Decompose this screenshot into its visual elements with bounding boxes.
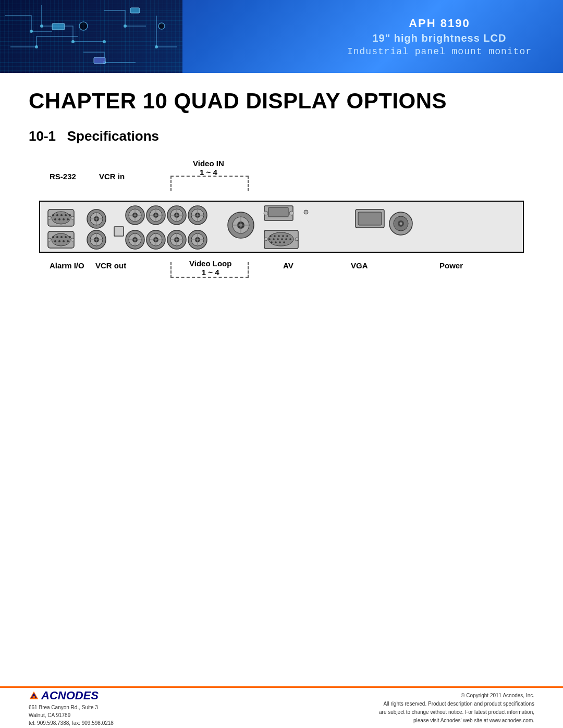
svg-point-43 <box>52 236 54 238</box>
svg-point-53 <box>71 238 74 241</box>
label-alarm-io: Alarm I/O <box>50 261 84 270</box>
footer-copyright-line2: All rights reserved. Product description… <box>133 700 534 708</box>
svg-point-133 <box>273 238 275 240</box>
footer-address-line1: 661 Brea Canyon Rd., Suite 3 <box>29 704 133 711</box>
footer-address-line3: tel: 909.598.7388, fax: 909.598.0218 <box>29 719 133 727</box>
product-description: 19" high brightness LCD <box>347 32 532 44</box>
footer-logo: ACNODES <box>29 689 133 702</box>
svg-point-36 <box>58 218 60 220</box>
main-content: CHAPTER 10 QUAD DISPLAY OPTIONS 10-1 Spe… <box>0 73 563 312</box>
svg-point-42 <box>52 233 70 246</box>
svg-point-40 <box>71 216 74 219</box>
panel-drawing <box>39 201 524 253</box>
svg-point-32 <box>60 214 63 216</box>
svg-point-27 <box>158 23 165 29</box>
footer-copyright-line4: please visit Acnodes' web site at www.ac… <box>133 717 534 725</box>
acnodes-logo-icon <box>29 690 39 701</box>
svg-rect-66 <box>114 227 124 236</box>
bracket-bottom-container: Alarm I/O VCR out Video Loop 1 ~ 4 AV VG… <box>39 257 524 280</box>
svg-point-37 <box>63 218 65 220</box>
svg-point-51 <box>67 240 69 242</box>
svg-point-18 <box>103 40 106 43</box>
svg-point-31 <box>56 214 58 216</box>
product-model: APH 8190 <box>347 17 532 30</box>
svg-point-19 <box>124 24 127 28</box>
footer-copyright: © Copyright 2011 Acnodes, Inc. All right… <box>133 692 534 725</box>
svg-point-137 <box>289 238 291 240</box>
svg-point-39 <box>48 216 51 219</box>
svg-point-139 <box>275 241 277 243</box>
svg-point-21 <box>155 45 158 48</box>
svg-rect-0 <box>0 0 182 73</box>
svg-point-135 <box>281 238 283 240</box>
svg-point-138 <box>271 241 273 243</box>
svg-point-35 <box>54 218 56 220</box>
svg-rect-153 <box>33 696 35 698</box>
svg-point-29 <box>52 212 70 224</box>
label-rs232: RS-232 <box>50 172 76 181</box>
svg-point-131 <box>286 235 288 237</box>
svg-rect-25 <box>94 57 105 64</box>
svg-rect-24 <box>130 8 140 13</box>
svg-point-26 <box>79 22 88 30</box>
connector-diagram: RS-232 VCR in Video IN 1 ~ 4 <box>29 160 534 280</box>
svg-point-52 <box>48 238 51 241</box>
svg-point-30 <box>52 214 54 216</box>
footer-address-line2: Walnut, CA 91789 <box>29 711 133 719</box>
svg-point-144 <box>304 210 308 214</box>
svg-point-16 <box>71 40 75 43</box>
svg-point-123 <box>264 211 268 215</box>
svg-point-15 <box>30 30 33 33</box>
label-video-loop: Video Loop 1 ~ 4 <box>189 259 231 277</box>
chapter-title: CHAPTER 10 QUAD DISPLAY OPTIONS <box>29 89 534 114</box>
label-vcr-out: VCR out <box>95 261 126 270</box>
svg-point-127 <box>270 235 272 237</box>
svg-point-134 <box>277 238 279 240</box>
bracket-top <box>170 176 249 191</box>
svg-point-142 <box>264 238 267 241</box>
product-subtitle: Industrial panel mount monitor <box>347 46 532 57</box>
label-av: AV <box>283 261 293 270</box>
svg-point-22 <box>35 45 38 48</box>
svg-point-47 <box>69 236 71 238</box>
footer-address: 661 Brea Canyon Rd., Suite 3 Walnut, CA … <box>29 704 133 727</box>
svg-point-136 <box>285 238 287 240</box>
svg-point-34 <box>69 214 71 216</box>
page-header: APH 8190 19" high brightness LCD Industr… <box>0 0 563 73</box>
svg-point-140 <box>279 241 281 243</box>
svg-point-129 <box>278 235 280 237</box>
svg-point-50 <box>63 240 65 242</box>
section-title: 10-1 Specifications <box>29 128 534 144</box>
svg-point-33 <box>65 214 67 216</box>
acnodes-logo-text: ACNODES <box>41 689 99 702</box>
header-text-block: APH 8190 19" high brightness LCD Industr… <box>347 17 532 57</box>
svg-point-130 <box>282 235 284 237</box>
svg-point-44 <box>56 236 58 238</box>
svg-point-38 <box>67 218 69 220</box>
footer-copyright-line3: are subject to change without notice. Fo… <box>133 708 534 717</box>
svg-point-45 <box>60 236 63 238</box>
svg-point-132 <box>268 238 271 240</box>
svg-point-46 <box>65 236 67 238</box>
section-number: 10-1 <box>29 128 56 144</box>
svg-point-150 <box>400 223 402 225</box>
svg-point-141 <box>283 241 285 243</box>
labels-above: RS-232 VCR in Video IN 1 ~ 4 <box>39 160 524 196</box>
page-footer: ACNODES 661 Brea Canyon Rd., Suite 3 Wal… <box>0 686 563 728</box>
label-videoin: Video IN 1 ~ 4 <box>193 159 224 177</box>
section-label: Specifications <box>67 128 159 144</box>
svg-rect-146 <box>358 212 382 225</box>
label-vcrin: VCR in <box>99 172 125 181</box>
svg-rect-122 <box>268 207 288 217</box>
footer-logo-area: ACNODES 661 Brea Canyon Rd., Suite 3 Wal… <box>29 689 133 727</box>
svg-rect-23 <box>52 23 65 30</box>
label-vga: VGA <box>351 261 368 270</box>
labels-below: Alarm I/O VCR out Video Loop 1 ~ 4 AV VG… <box>39 257 524 288</box>
svg-point-20 <box>103 61 106 64</box>
svg-point-124 <box>289 211 293 215</box>
label-power: Power <box>439 261 463 270</box>
header-circuit-graphic <box>0 0 182 73</box>
footer-copyright-line1: © Copyright 2011 Acnodes, Inc. <box>133 692 534 700</box>
svg-point-17 <box>40 24 43 28</box>
svg-point-128 <box>274 235 276 237</box>
